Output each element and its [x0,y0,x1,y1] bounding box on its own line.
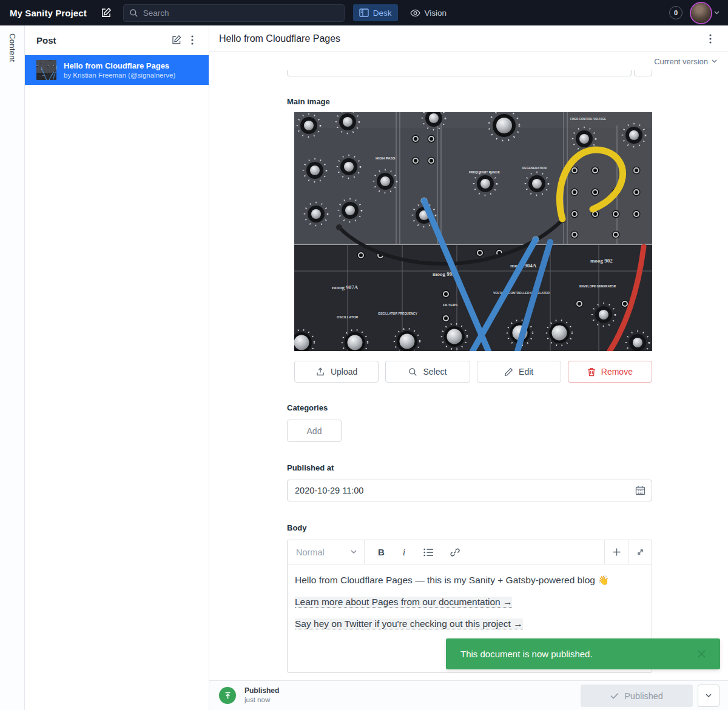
insert-block-button[interactable] [604,540,628,564]
post-meta: Hello from Cloudflare Pages by Kristian … [64,61,175,79]
chevron-down-icon [351,550,357,554]
categories-field: Categories Add [287,403,652,442]
field-label: Categories [287,403,652,412]
italic-button[interactable]: i [401,547,407,558]
main-image-photo[interactable] [294,112,652,351]
slug-generate-button[interactable] [634,70,652,76]
editor-toolbar: Normal B i [288,540,652,564]
avatar[interactable] [691,3,711,23]
field-label: Published at [287,463,652,472]
version-label: Current version [654,57,708,66]
upload-button[interactable]: Upload [294,361,379,383]
published-status-icon [219,687,236,704]
slug-input[interactable] [287,70,632,76]
bullet-list-icon[interactable] [423,548,434,557]
notifications-badge[interactable]: 0 [669,6,682,19]
chevron-down-icon [712,59,717,63]
tab-vision[interactable]: Vision [404,4,453,21]
body-paragraph: Hello from Cloudflare Pages — this is my… [295,574,644,586]
publish-menu-button[interactable] [698,685,720,707]
waving-hand-emoji: 👋 [598,575,609,585]
publish-status-time: just now [244,695,279,704]
format-buttons: B i [365,540,604,564]
tab-desk[interactable]: Desk [353,4,398,21]
expand-icon [636,548,644,556]
link-icon[interactable] [450,548,460,557]
slug-field-row [287,70,652,76]
bold-button[interactable]: B [378,547,385,557]
document-menu-icon[interactable] [703,31,718,47]
style-selector-value: Normal [296,548,351,557]
remove-button[interactable]: Remove [568,361,652,383]
published-at-input-row [287,480,652,501]
rail-tab-content[interactable]: Content [8,33,17,62]
post-list-pane: Post Hello from Cloudflare Pages by Kris… [25,25,209,710]
toast-published: This document is now published. [446,638,720,669]
remove-label: Remove [601,367,633,377]
add-category-button[interactable]: Add [287,420,342,442]
new-document-icon[interactable] [169,32,184,48]
post-subtitle: by Kristian Freeman (@signalnerve) [64,71,175,79]
select-label: Select [423,367,447,377]
image-actions: Upload Select Edit [294,361,652,383]
check-icon [610,692,619,699]
version-row: Current version [209,52,728,70]
desk-icon [359,8,369,17]
project-title: My Sanity Project [10,8,87,18]
post-list-header: Post [25,25,209,55]
edit-label: Edit [519,367,533,377]
search-box [123,4,345,22]
search-icon [129,8,138,18]
magnifier-icon [408,367,417,377]
edit-button[interactable]: Edit [477,361,561,383]
published-at-field: Published at [287,463,652,501]
eye-icon [410,9,420,17]
document-scroll-area: Main image Upload Selec [209,70,728,680]
body-paragraph: Say hey on Twitter if you're checking ou… [295,618,644,629]
main-image-field: Main image Upload Selec [287,97,652,383]
tab-desk-label: Desk [373,8,392,18]
pane-menu-icon[interactable] [184,32,200,48]
document-header: Hello from Cloudflare Pages [209,25,728,52]
fullscreen-button[interactable] [628,540,652,564]
close-icon[interactable] [695,648,708,661]
chevron-down-icon [706,694,712,698]
chevron-down-icon[interactable] [714,11,720,15]
documentation-link[interactable]: Learn more about Pages from our document… [295,597,512,608]
list-item-post[interactable]: Hello from Cloudflare Pages by Kristian … [25,55,209,85]
document-footer: Published just now Published [209,680,728,710]
post-title: Hello from Cloudflare Pages [64,61,175,71]
top-bar: My Sanity Project Desk Vision 0 [0,0,728,25]
upload-label: Upload [331,367,357,377]
style-selector[interactable]: Normal [288,540,365,564]
document-pane: Hello from Cloudflare Pages Current vers… [209,25,728,710]
body-paragraph: Learn more about Pages from our document… [295,596,644,608]
calendar-icon[interactable] [635,486,645,495]
publish-status: Published just now [244,686,279,704]
compose-icon[interactable] [100,7,112,19]
pane-title: Post [36,35,169,45]
plus-icon [613,548,621,556]
trash-icon [587,367,596,377]
publish-button-label: Published [624,691,663,701]
editor-content[interactable]: Hello from Cloudflare Pages — this is my… [288,564,652,649]
published-at-input[interactable] [295,486,635,495]
pencil-icon [504,367,513,377]
upload-icon [315,367,325,377]
publish-status-label: Published [244,686,279,695]
document-title: Hello from Cloudflare Pages [219,33,703,44]
post-thumbnail [36,60,56,80]
version-selector[interactable]: Current version [654,57,717,66]
publish-button[interactable]: Published [581,685,693,707]
content-rail: Content [0,25,25,710]
field-label: Main image [287,97,652,106]
tab-vision-label: Vision [425,8,447,18]
select-button[interactable]: Select [385,361,470,383]
twitter-link[interactable]: Say hey on Twitter if you're checking ou… [295,618,523,629]
toast-message: This document is now published. [460,649,695,659]
field-label: Body [287,523,652,532]
search-input[interactable] [143,8,325,18]
